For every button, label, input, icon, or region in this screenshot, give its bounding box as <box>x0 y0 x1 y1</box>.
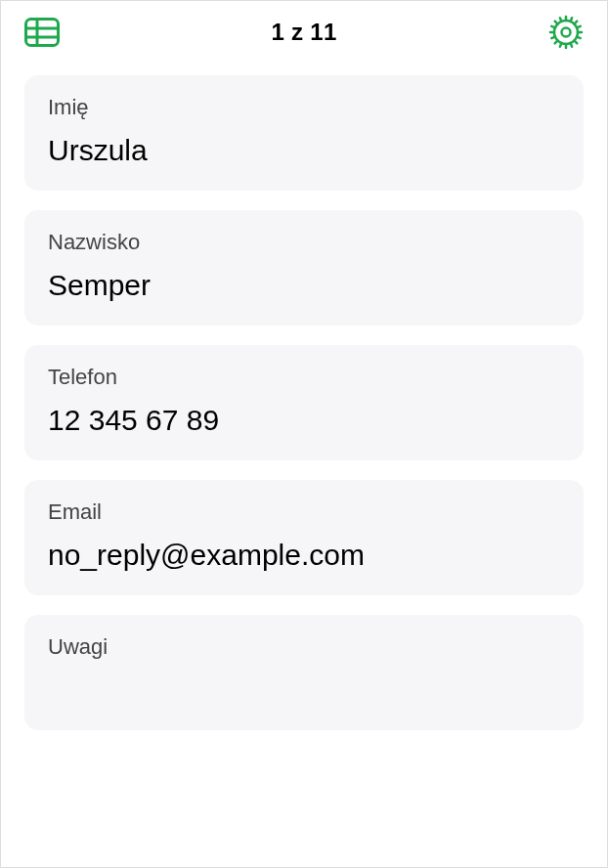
svg-line-15 <box>560 43 562 47</box>
field-label: Uwagi <box>48 634 560 660</box>
field-label: Email <box>48 499 560 525</box>
svg-line-16 <box>577 26 581 28</box>
svg-line-13 <box>574 40 577 43</box>
table-icon <box>24 18 60 47</box>
header: 1 z 11 <box>1 1 607 60</box>
svg-line-12 <box>555 22 558 24</box>
field-value: Semper <box>48 269 560 304</box>
svg-rect-0 <box>26 20 59 46</box>
svg-point-5 <box>562 28 571 37</box>
page-counter: 1 z 11 <box>271 19 336 46</box>
settings-button[interactable] <box>548 15 584 50</box>
field-value: Urszula <box>48 134 560 169</box>
svg-line-17 <box>551 37 555 39</box>
svg-line-11 <box>555 40 558 43</box>
field-value <box>48 673 560 709</box>
field-value: 12 345 67 89 <box>48 404 560 439</box>
field-card-telefon[interactable]: Telefon 12 345 67 89 <box>24 345 584 460</box>
form-content: Imię Urszula Nazwisko Semper Telefon 12 … <box>1 60 607 730</box>
field-card-uwagi[interactable]: Uwagi <box>24 615 584 730</box>
field-value: no_reply@example.com <box>48 539 560 574</box>
table-view-button[interactable] <box>24 15 60 50</box>
gear-icon <box>548 15 584 50</box>
svg-line-18 <box>560 18 562 22</box>
svg-line-20 <box>551 26 555 28</box>
svg-line-19 <box>571 43 573 47</box>
field-label: Telefon <box>48 365 560 390</box>
field-card-nazwisko[interactable]: Nazwisko Semper <box>24 210 584 326</box>
svg-line-10 <box>574 22 577 24</box>
field-card-email[interactable]: Email no_reply@example.com <box>24 480 584 595</box>
svg-line-21 <box>577 37 581 39</box>
field-label: Imię <box>48 95 560 120</box>
svg-line-14 <box>571 18 573 22</box>
field-label: Nazwisko <box>48 230 560 255</box>
field-card-imie[interactable]: Imię Urszula <box>24 75 584 191</box>
